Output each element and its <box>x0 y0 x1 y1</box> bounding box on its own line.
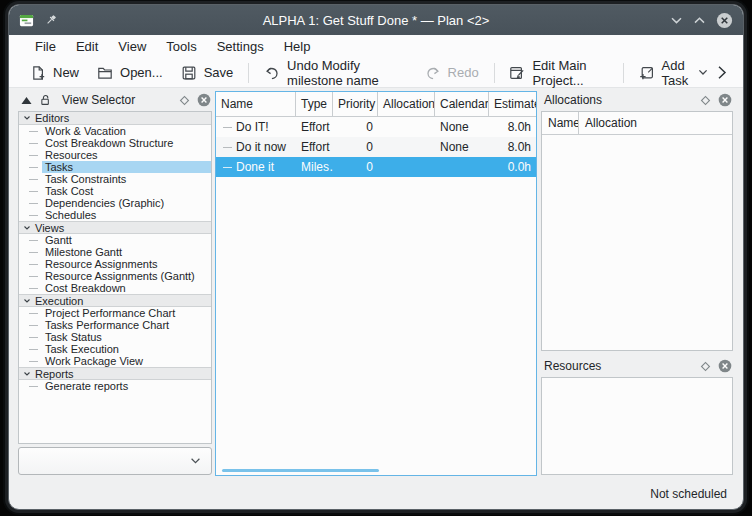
tree-item[interactable]: Resource Assignments <box>19 258 211 270</box>
tree-item[interactable]: Dependencies (Graphic) <box>19 197 211 209</box>
menu-settings[interactable]: Settings <box>207 37 274 56</box>
allocations-title: Allocations <box>540 93 602 107</box>
lock-icon[interactable] <box>38 93 52 107</box>
redo-icon <box>425 65 441 81</box>
view-selector-dock: View Selector Editors Work & Vacation Co… <box>17 91 213 475</box>
new-button[interactable]: New <box>21 60 88 86</box>
branch-line <box>29 337 38 338</box>
float-diamond-icon[interactable] <box>179 95 190 106</box>
tree-group-reports[interactable]: Reports <box>19 367 211 380</box>
save-button-label: Save <box>204 65 234 80</box>
tree-item[interactable]: Cost Breakdown Structure <box>19 137 211 149</box>
collapse-triangle-icon[interactable] <box>17 96 32 105</box>
undo-button[interactable]: Undo Modify milestone name <box>255 60 416 86</box>
tree-item[interactable]: Work Package View <box>19 355 211 367</box>
horizontal-scrollbar-thumb[interactable] <box>222 469 379 472</box>
tree-item[interactable]: Tasks Performance Chart <box>19 319 211 331</box>
pin-icon[interactable] <box>43 13 58 28</box>
toolbar-overflow-button[interactable] <box>717 65 727 80</box>
resources-list[interactable] <box>541 377 733 475</box>
toolbar-separator <box>494 63 495 83</box>
close-dock-icon[interactable] <box>197 93 211 107</box>
save-floppy-icon <box>181 65 197 81</box>
float-diamond-icon[interactable] <box>700 361 711 372</box>
edit-main-project-button[interactable]: Edit Main Project... <box>500 60 616 86</box>
menu-file[interactable]: File <box>25 37 66 56</box>
tree-item[interactable]: Work & Vacation <box>19 125 211 137</box>
chevron-down-icon[interactable] <box>698 69 708 76</box>
redo-button[interactable]: Redo <box>416 60 488 86</box>
branch-line <box>29 264 38 265</box>
tree-item[interactable]: Task Cost <box>19 185 211 197</box>
branch-line <box>223 127 232 128</box>
branch-line <box>29 203 38 204</box>
close-dock-icon[interactable] <box>718 359 732 373</box>
tree-item[interactable]: Task Status <box>19 331 211 343</box>
tree-group-execution[interactable]: Execution <box>19 294 211 307</box>
table-row[interactable]: Do IT! Effort 0 None 8.0h <box>216 117 536 137</box>
branch-line <box>29 167 38 168</box>
tree-item[interactable]: Gantt <box>19 234 211 246</box>
close-dock-icon[interactable] <box>718 93 732 107</box>
column-header-allocation[interactable]: Allocation <box>579 112 732 134</box>
edit-main-project-label: Edit Main Project... <box>532 58 607 88</box>
app-icon <box>19 13 34 28</box>
resources-dock: Resources <box>540 357 734 475</box>
menu-help[interactable]: Help <box>274 37 321 56</box>
column-header-allocation[interactable]: Allocation <box>378 92 435 116</box>
close-button[interactable] <box>716 12 733 29</box>
titlebar[interactable]: ALPHA 1: Get Stuff Done * — Plan <2> <box>9 5 743 35</box>
tree-item[interactable]: Task Constraints <box>19 173 211 185</box>
menu-edit[interactable]: Edit <box>66 37 108 56</box>
tree-item-selected[interactable]: Tasks <box>19 161 211 173</box>
tree-group-editors[interactable]: Editors <box>19 112 211 125</box>
float-diamond-icon[interactable] <box>700 95 711 106</box>
branch-line <box>29 155 38 156</box>
menubar: File Edit View Tools Settings Help <box>9 35 743 58</box>
schedule-status-label: Not scheduled <box>650 487 727 501</box>
column-header-estimate[interactable]: Estimate <box>489 92 536 116</box>
application-window: ALPHA 1: Get Stuff Done * — Plan <2> Fil… <box>8 4 744 510</box>
tree-group-views[interactable]: Views <box>19 221 211 234</box>
menu-tools[interactable]: Tools <box>156 37 206 56</box>
open-button[interactable]: Open... <box>88 60 172 86</box>
tree-group-label: Editors <box>35 112 69 124</box>
table-row[interactable]: Do it now Effort 0 None 8.0h <box>216 137 536 157</box>
tree-item[interactable]: Resource Assignments (Gantt) <box>19 270 211 282</box>
column-header-name[interactable]: Name <box>216 92 296 116</box>
tree-item[interactable]: Schedules <box>19 209 211 221</box>
task-table-header: Name Type Priority Allocation Calendar E… <box>216 92 536 117</box>
branch-line <box>29 191 38 192</box>
view-selector-tree: Editors Work & Vacation Cost Breakdown S… <box>18 111 212 444</box>
maximize-button[interactable] <box>693 16 706 25</box>
branch-line <box>29 252 38 253</box>
tree-item[interactable]: Milestone Gantt <box>19 246 211 258</box>
branch-line <box>29 215 38 216</box>
resources-title: Resources <box>540 359 601 373</box>
open-folder-icon <box>97 65 113 81</box>
branch-line <box>29 143 38 144</box>
schedule-selector-combobox[interactable] <box>18 447 212 475</box>
save-button[interactable]: Save <box>172 60 243 86</box>
column-header-type[interactable]: Type <box>296 92 333 116</box>
branch-line <box>223 167 232 168</box>
add-task-icon <box>639 65 655 81</box>
menu-view[interactable]: View <box>108 37 156 56</box>
tree-item[interactable]: Project Performance Chart <box>19 307 211 319</box>
branch-line <box>29 131 38 132</box>
toolbar-separator <box>623 63 624 83</box>
column-header-calendar[interactable]: Calendar <box>435 92 489 116</box>
tree-item[interactable]: Generate reports <box>19 380 211 392</box>
column-header-name[interactable]: Name <box>542 112 579 134</box>
column-header-priority[interactable]: Priority <box>333 92 378 116</box>
tree-item[interactable]: Resources <box>19 149 211 161</box>
table-row-selected[interactable]: Done it Miles… 0 0.0h <box>216 157 536 177</box>
branch-line <box>29 349 38 350</box>
add-task-button[interactable]: Add Task <box>630 60 717 86</box>
minimize-button[interactable] <box>670 16 683 25</box>
tree-item[interactable]: Cost Breakdown <box>19 282 211 294</box>
branch-line <box>29 386 38 387</box>
toolbar-separator <box>248 63 249 83</box>
branch-line <box>29 276 38 277</box>
tree-item[interactable]: Task Execution <box>19 343 211 355</box>
